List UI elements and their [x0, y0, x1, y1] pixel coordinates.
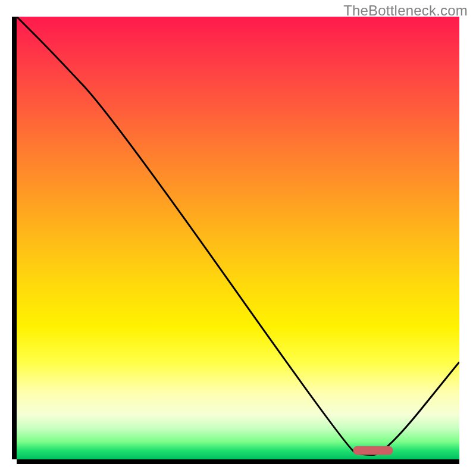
- watermark-text: TheBottleneck.com: [343, 2, 468, 19]
- y-axis: [12, 17, 17, 459]
- plot-area: [17, 17, 459, 459]
- x-axis: [17, 459, 459, 464]
- chart-container: TheBottleneck.com: [0, 0, 476, 476]
